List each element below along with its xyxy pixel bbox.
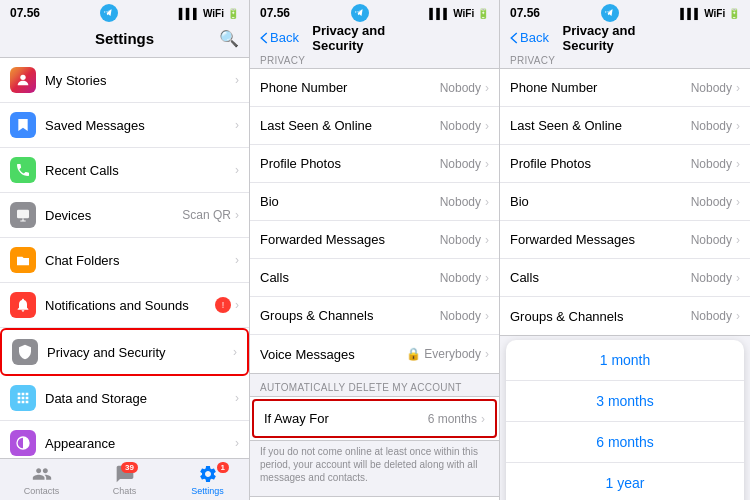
- folders-icon: [10, 247, 36, 273]
- status-bar-1: 07.56 ▌▌▌ WiFi 🔋: [0, 0, 249, 24]
- settings-title: Settings: [95, 30, 154, 47]
- chats-badge: 39: [121, 462, 138, 473]
- data-icon: [10, 385, 36, 411]
- privacy-list-3: Phone Number Nobody › Last Seen & Online…: [500, 68, 750, 336]
- appearance-icon: [10, 430, 36, 456]
- back-button-2[interactable]: Back: [260, 30, 299, 45]
- svg-rect-2: [17, 210, 29, 219]
- p3-forwarded[interactable]: Forwarded Messages Nobody ›: [500, 221, 750, 259]
- status-bar-2: 07.56 ▌▌▌ WiFi 🔋: [250, 0, 499, 24]
- p3-photos[interactable]: Profile Photos Nobody ›: [500, 145, 750, 183]
- p3-calls[interactable]: Calls Nobody ›: [500, 259, 750, 297]
- time-3: 07.56: [510, 6, 540, 20]
- tab-contacts[interactable]: Contacts: [0, 459, 83, 500]
- panel-privacy-security: 07.56 ▌▌▌ WiFi 🔋 Back Privacy and Securi…: [250, 0, 500, 500]
- folders-label: Chat Folders: [45, 253, 235, 268]
- data-label: Data and Storage: [45, 391, 235, 406]
- menu-item-privacy[interactable]: Privacy and Security ›: [0, 328, 249, 376]
- option-1month[interactable]: 1 month: [506, 340, 744, 381]
- panel2-title: Privacy and Security: [312, 23, 437, 53]
- option-6months[interactable]: 6 months: [506, 422, 744, 463]
- option-3months[interactable]: 3 months: [506, 381, 744, 422]
- panel1-header: Settings 🔍: [0, 24, 249, 51]
- telegram-logo-3: [601, 4, 619, 22]
- privacy-phone[interactable]: Phone Number Nobody ›: [250, 69, 499, 107]
- privacy-list: Phone Number Nobody › Last Seen & Online…: [250, 68, 499, 374]
- status-icons-2: ▌▌▌ WiFi 🔋: [429, 8, 489, 19]
- appearance-label: Appearance: [45, 436, 235, 451]
- time-1: 07.56: [10, 6, 40, 20]
- back-button-3[interactable]: Back: [510, 30, 549, 45]
- notification-badge: !: [215, 297, 231, 313]
- saved-label: Saved Messages: [45, 118, 235, 133]
- privacy-groups[interactable]: Groups & Channels Nobody ›: [250, 297, 499, 335]
- menu-item-devices[interactable]: Devices Scan QR ›: [0, 193, 249, 238]
- privacy-content-3: PRIVACY Phone Number Nobody › Last Seen …: [500, 49, 750, 500]
- search-icon[interactable]: 🔍: [219, 29, 239, 48]
- menu-item-appearance[interactable]: Appearance ›: [0, 421, 249, 458]
- p3-groups[interactable]: Groups & Channels Nobody ›: [500, 297, 750, 335]
- tab-chats[interactable]: 39 Chats: [83, 459, 166, 500]
- menu-section: My Stories › Saved Messages › Recent Cal…: [0, 57, 249, 458]
- status-bar-3: 07.56 ▌▌▌ WiFi 🔋: [500, 0, 750, 24]
- notifications-icon: [10, 292, 36, 318]
- privacy-content: PRIVACY Phone Number Nobody › Last Seen …: [250, 49, 499, 500]
- privacy-icon: [12, 339, 38, 365]
- panel-privacy-dropdown: 07.56 ▌▌▌ WiFi 🔋 Back Privacy and Securi…: [500, 0, 750, 500]
- notifications-label: Notifications and Sounds: [45, 298, 215, 313]
- calls-icon: [10, 157, 36, 183]
- menu-item-calls[interactable]: Recent Calls ›: [0, 148, 249, 193]
- devices-label: Devices: [45, 208, 182, 223]
- stories-label: My Stories: [45, 73, 235, 88]
- auto-delete-hint: If you do not come online at least once …: [250, 441, 499, 490]
- menu-item-saved[interactable]: Saved Messages ›: [0, 103, 249, 148]
- panel3-header: Back Privacy and Security: [500, 24, 750, 49]
- auto-delete-section-label: AUTOMATICALLY DELETE MY ACCOUNT: [250, 374, 499, 396]
- bottom-tabs-1: Contacts 39 Chats 1 Settings: [0, 458, 249, 500]
- menu-item-folders[interactable]: Chat Folders ›: [0, 238, 249, 283]
- menu-item-notifications[interactable]: Notifications and Sounds ! ›: [0, 283, 249, 328]
- saved-icon: [10, 112, 36, 138]
- menu-item-stories[interactable]: My Stories ›: [0, 58, 249, 103]
- time-2: 07.56: [260, 6, 290, 20]
- p3-phone[interactable]: Phone Number Nobody ›: [500, 69, 750, 107]
- p3-lastseen[interactable]: Last Seen & Online Nobody ›: [500, 107, 750, 145]
- stories-icon: [10, 67, 36, 93]
- telegram-logo-2: [351, 4, 369, 22]
- privacy-lastseen[interactable]: Last Seen & Online Nobody ›: [250, 107, 499, 145]
- telegram-logo-1: [100, 4, 118, 22]
- privacy-calls[interactable]: Calls Nobody ›: [250, 259, 499, 297]
- menu-item-data[interactable]: Data and Storage ›: [0, 376, 249, 421]
- privacy-label: Privacy and Security: [47, 345, 233, 360]
- p3-bio[interactable]: Bio Nobody ›: [500, 183, 750, 221]
- panel-main-menu: 07.56 ▌▌▌ WiFi 🔋 Settings 🔍 My Stories ›: [0, 0, 250, 500]
- menu-list: My Stories › Saved Messages › Recent Cal…: [0, 51, 249, 458]
- privacy-photos[interactable]: Profile Photos Nobody ›: [250, 145, 499, 183]
- status-icons-3: ▌▌▌ WiFi 🔋: [680, 8, 740, 19]
- if-away-for-row[interactable]: If Away For 6 months ›: [252, 399, 497, 438]
- devices-icon: [10, 202, 36, 228]
- panel2-header: Back Privacy and Security: [250, 24, 499, 49]
- tab-settings[interactable]: 1 Settings: [166, 459, 249, 500]
- option-1year[interactable]: 1 year: [506, 463, 744, 500]
- privacy-voice[interactable]: Voice Messages 🔒 Everybody ›: [250, 335, 499, 373]
- privacy-bio[interactable]: Bio Nobody ›: [250, 183, 499, 221]
- svg-point-1: [20, 75, 25, 80]
- months-dropdown: 1 month 3 months 6 months 1 year Delete …: [506, 340, 744, 500]
- panel3-title: Privacy and Security: [563, 23, 688, 53]
- status-icons-1: ▌▌▌ WiFi 🔋: [179, 8, 239, 19]
- calls-label: Recent Calls: [45, 163, 235, 178]
- settings-badge: 1: [217, 462, 229, 473]
- privacy-forwarded[interactable]: Forwarded Messages Nobody ›: [250, 221, 499, 259]
- data-settings-row[interactable]: Data Settings ›: [250, 496, 499, 500]
